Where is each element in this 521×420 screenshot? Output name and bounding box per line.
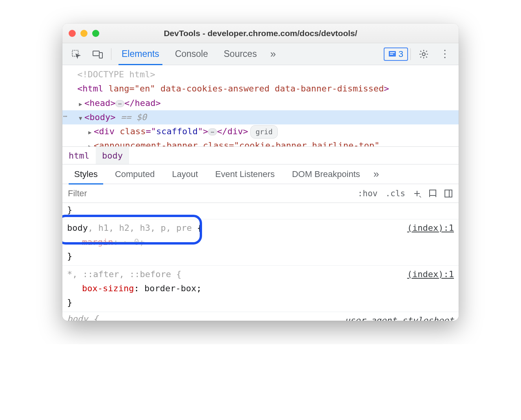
- cls-toggle[interactable]: .cls: [381, 189, 409, 198]
- styles-filter-input[interactable]: [62, 188, 354, 199]
- traffic-lights: [69, 30, 99, 37]
- style-declaration-box-sizing[interactable]: box-sizing: border-box;: [67, 283, 202, 293]
- dom-html-open[interactable]: <html lang="en" data-cookies-answered da…: [62, 82, 459, 96]
- styles-filter-bar: :hov .cls: [62, 184, 459, 203]
- dom-body-selected[interactable]: ▼<body> == $0: [62, 110, 459, 124]
- svg-rect-1: [93, 51, 99, 56]
- breadcrumb-bar: html body: [62, 146, 459, 164]
- more-subtabs-icon[interactable]: »: [369, 164, 384, 184]
- titlebar: DevTools - developer.chrome.com/docs/dev…: [62, 24, 459, 43]
- style-rule-universal[interactable]: (index):1 *, ::after, ::before { box-siz…: [62, 266, 459, 312]
- subtab-styles[interactable]: Styles: [66, 164, 106, 184]
- issues-icon: [388, 51, 396, 58]
- window-title: DevTools - developer.chrome.com/docs/dev…: [62, 29, 459, 38]
- svg-rect-5: [430, 190, 436, 195]
- svg-rect-6: [445, 190, 452, 197]
- style-declaration-margin[interactable]: margin: ▸ 0;: [67, 237, 144, 247]
- dom-partial-line[interactable]: ▶<announcement-banner class="cookie-bann…: [62, 139, 459, 146]
- toolbar-divider: [111, 48, 111, 60]
- format-icon[interactable]: [425, 189, 441, 198]
- tab-elements[interactable]: Elements: [114, 43, 167, 65]
- issues-button[interactable]: 3: [384, 47, 408, 61]
- close-window-button[interactable]: [69, 30, 76, 37]
- dom-tree[interactable]: <!DOCTYPE html> <html lang="en" data-coo…: [62, 65, 459, 146]
- rule-source-link[interactable]: (index):1: [407, 221, 454, 235]
- subtab-layout[interactable]: Layout: [163, 164, 206, 184]
- tab-console[interactable]: Console: [167, 43, 216, 65]
- style-rule-ua[interactable]: user agent stylesheet body {: [62, 312, 459, 321]
- main-toolbar: Elements Console Sources » 3 ⋮: [62, 43, 459, 65]
- grid-badge[interactable]: grid: [250, 125, 277, 139]
- inspect-element-icon[interactable]: [66, 43, 87, 65]
- devtools-window: DevTools - developer.chrome.com/docs/dev…: [62, 24, 459, 321]
- breadcrumb-body[interactable]: body: [96, 147, 129, 164]
- svg-rect-2: [99, 53, 102, 58]
- more-tabs-icon[interactable]: »: [265, 43, 281, 65]
- breadcrumb-html[interactable]: html: [62, 147, 96, 164]
- device-toggle-icon[interactable]: [87, 43, 109, 65]
- ellipsis-icon[interactable]: ⋯: [115, 100, 124, 107]
- ellipsis-icon[interactable]: ⋯: [208, 128, 217, 135]
- issues-count: 3: [399, 49, 403, 59]
- dom-div-scaffold[interactable]: ▶<div class="scaffold">⋯</div>grid: [62, 124, 459, 139]
- settings-icon[interactable]: [413, 43, 434, 65]
- svg-point-4: [422, 53, 425, 56]
- dom-doctype[interactable]: <!DOCTYPE html>: [62, 68, 459, 82]
- tab-sources[interactable]: Sources: [216, 43, 264, 65]
- styles-subtabs: Styles Computed Layout Event Listeners D…: [62, 164, 459, 184]
- maximize-window-button[interactable]: [92, 30, 99, 37]
- style-rule-body[interactable]: (index):1 body, h1, h2, h3, p, pre { mar…: [62, 219, 459, 266]
- minimize-window-button[interactable]: [80, 30, 87, 37]
- rule-source-link[interactable]: (index):1: [407, 267, 454, 281]
- subtab-computed[interactable]: Computed: [106, 164, 164, 184]
- kebab-menu-icon[interactable]: ⋮: [434, 43, 455, 65]
- dom-head[interactable]: ▶<head>⋯</head>: [62, 96, 459, 110]
- new-style-rule-icon[interactable]: [409, 189, 425, 198]
- subtab-dom-breakpoints[interactable]: DOM Breakpoints: [283, 164, 369, 184]
- subtab-event-listeners[interactable]: Event Listeners: [207, 164, 284, 184]
- hov-toggle[interactable]: :hov: [354, 189, 382, 198]
- ua-stylesheet-label: user agent stylesheet: [345, 314, 454, 321]
- styles-pane: } (index):1 body, h1, h2, h3, p, pre { m…: [62, 203, 459, 320]
- computed-sidebar-icon[interactable]: [441, 189, 459, 198]
- style-rule-fragment[interactable]: }: [62, 203, 459, 219]
- toolbar-divider: [410, 48, 411, 60]
